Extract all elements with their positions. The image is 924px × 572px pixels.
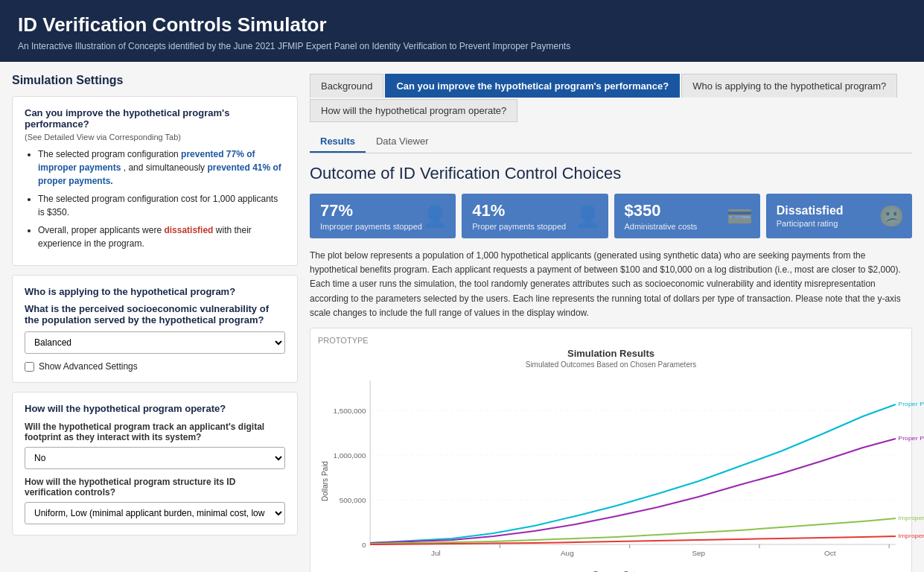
sidebar: Simulation Settings Can you improve the …	[12, 74, 310, 544]
advanced-settings-checkbox[interactable]	[25, 362, 34, 372]
sub-tab-data-viewer[interactable]: Data Viewer	[366, 131, 439, 153]
tab-applicant[interactable]: Who is applying to the hypothetical prog…	[681, 74, 897, 98]
performance-card: Can you improve the hypothetical program…	[12, 96, 298, 266]
card3-question1: Will the hypothetical program track an a…	[25, 422, 285, 442]
card-icon: 💳	[727, 204, 753, 229]
svg-text:Aug: Aug	[561, 549, 574, 556]
chart-wrapper: Dollars Paid 0 500,000 1,	[318, 373, 904, 572]
advanced-settings-row: Show Advanced Settings	[25, 361, 285, 372]
card3-question2: How will the hypothetical program struct…	[25, 477, 285, 498]
sidebar-title: Simulation Settings	[12, 74, 298, 87]
y-axis-label: Dollars Paid	[318, 373, 329, 572]
svg-text:500,000: 500,000	[340, 496, 366, 503]
card2-question: What is the perceived socioeconomic vuln…	[25, 303, 285, 325]
card1-bullets: The selected program configuration preve…	[25, 147, 285, 250]
svg-text:1,500,000: 1,500,000	[333, 407, 366, 414]
stat-card-rating: Dissatisfied Participant rating 😕	[766, 194, 912, 238]
chart-container: PROTOTYPE Simulation Results Simulated O…	[310, 328, 912, 572]
chart-subtitle: Simulated Outcomes Based on Chosen Param…	[318, 360, 904, 369]
tab-operation[interactable]: How will the hypothetical program operat…	[310, 99, 517, 122]
bullet-1: The selected program configuration preve…	[38, 147, 285, 188]
sub-tab-results[interactable]: Results	[310, 131, 366, 153]
tabs-row-1: Background Can you improve the hypotheti…	[310, 74, 912, 98]
advanced-settings-label: Show Advanced Settings	[39, 361, 138, 372]
svg-text:Improper Payment Stopped or De: Improper Payment Stopped or Deferred ▶	[898, 514, 924, 521]
face-icon: 😕	[879, 204, 905, 229]
applicant-card: Who is applying to the hypothetical prog…	[12, 275, 298, 383]
card2-heading: Who is applying to the hypothetical prog…	[25, 286, 285, 297]
prototype-label: PROTOTYPE	[318, 336, 904, 345]
svg-text:Proper Payment Made ▶: Proper Payment Made ▶	[898, 400, 924, 407]
stat-cards: 77% Improper payments stopped 👤 41% Prop…	[310, 194, 912, 238]
vulnerability-dropdown[interactable]: Balanced Low High	[25, 331, 285, 354]
card1-subheading: (See Detailed View via Corresponding Tab…	[25, 133, 285, 142]
app-title: ID Verification Controls Simulator	[18, 13, 906, 36]
bullet-3: Overall, proper applicants were dissatis…	[38, 223, 285, 250]
svg-text:Jul: Jul	[431, 549, 441, 556]
stat-card-improper: 77% Improper payments stopped 👤	[310, 194, 456, 238]
dissatisfied-label: dissatisfied	[164, 225, 213, 235]
svg-text:Oct: Oct	[824, 549, 836, 556]
svg-text:Improper Payment Made ▶: Improper Payment Made ▶	[898, 532, 924, 538]
outcome-description: The plot below represents a population o…	[310, 249, 912, 320]
stat-card-proper: 41% Proper payments stopped 👤	[462, 194, 608, 238]
person-icon-2: 👤	[575, 204, 601, 229]
app-subtitle: An Interactive Illustration of Concepts …	[18, 41, 906, 51]
sub-tabs: Results Data Viewer	[310, 131, 912, 153]
svg-text:Sep: Sep	[692, 549, 705, 556]
stat-card-admin: $350 Administrative costs 💳	[614, 194, 760, 238]
operation-card: How will the hypothetical program operat…	[12, 392, 298, 536]
id-verification-dropdown[interactable]: Uniform, Low (minimal applicant burden, …	[25, 502, 285, 524]
outcome-title: Outcome of ID Verification Control Choic…	[310, 164, 912, 183]
chart-title: Simulation Results	[318, 348, 904, 359]
bullet-2: The selected program configuration cost …	[38, 192, 285, 219]
tabs-row-2: How will the hypothetical program operat…	[310, 99, 912, 122]
app-header: ID Verification Controls Simulator An In…	[0, 0, 924, 62]
main-layout: Simulation Settings Can you improve the …	[0, 62, 924, 572]
card3-heading: How will the hypothetical program operat…	[25, 403, 285, 414]
tab-background[interactable]: Background	[310, 74, 383, 98]
person-icon-1: 👤	[422, 204, 448, 229]
digital-footprint-dropdown[interactable]: No Yes	[25, 447, 285, 469]
chart-svg: 0 500,000 1,000,000 1,500,000 Proper Pay…	[329, 373, 904, 567]
svg-text:0: 0	[362, 541, 366, 548]
card1-heading: Can you improve the hypothetical program…	[25, 107, 285, 130]
svg-text:Proper Payment Stopped or Defe: Proper Payment Stopped or Deferred ▶	[898, 434, 924, 441]
tab-performance[interactable]: Can you improve the hypothetical program…	[385, 74, 680, 98]
chart-inner: 0 500,000 1,000,000 1,500,000 Proper Pay…	[329, 373, 904, 572]
svg-text:1,000,000: 1,000,000	[333, 451, 366, 459]
content-area: Background Can you improve the hypotheti…	[310, 74, 912, 572]
